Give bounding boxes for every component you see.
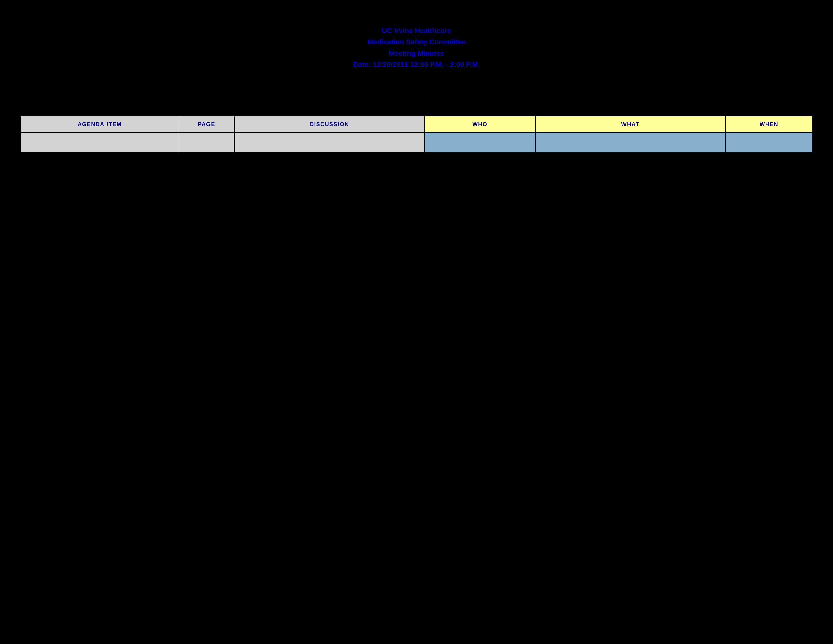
col-header-what: WHAT [536, 116, 725, 132]
meeting-minutes-label: Meeting Minutes [20, 48, 813, 60]
table-row [21, 132, 812, 153]
table-section: AGENDA ITEM PAGE DISCUSSION WHO WHAT WHE… [20, 116, 813, 153]
cell-discussion [234, 132, 425, 153]
table-header-row: AGENDA ITEM PAGE DISCUSSION WHO WHAT WHE… [21, 116, 812, 132]
date-line: Date: 12/20/2011 12:00 P.M. - 2:00 P.M. [20, 59, 813, 71]
col-header-who: WHO [425, 116, 535, 132]
page-container: UC Irvine Healthcare Medication Safety C… [20, 15, 813, 153]
cell-when [725, 132, 812, 153]
col-header-discussion: DISCUSSION [234, 116, 425, 132]
cell-what [536, 132, 725, 153]
cell-who [425, 132, 535, 153]
org-name: UC Irvine Healthcare [20, 25, 813, 37]
minutes-table: AGENDA ITEM PAGE DISCUSSION WHO WHAT WHE… [20, 116, 813, 153]
col-header-when: WHEN [725, 116, 812, 132]
col-header-agenda: AGENDA ITEM [21, 116, 179, 132]
committee-name: Medication Safety Committee [20, 37, 813, 48]
cell-page [179, 132, 235, 153]
col-header-page: PAGE [179, 116, 235, 132]
cell-agenda [21, 132, 179, 153]
header-section: UC Irvine Healthcare Medication Safety C… [20, 15, 813, 76]
